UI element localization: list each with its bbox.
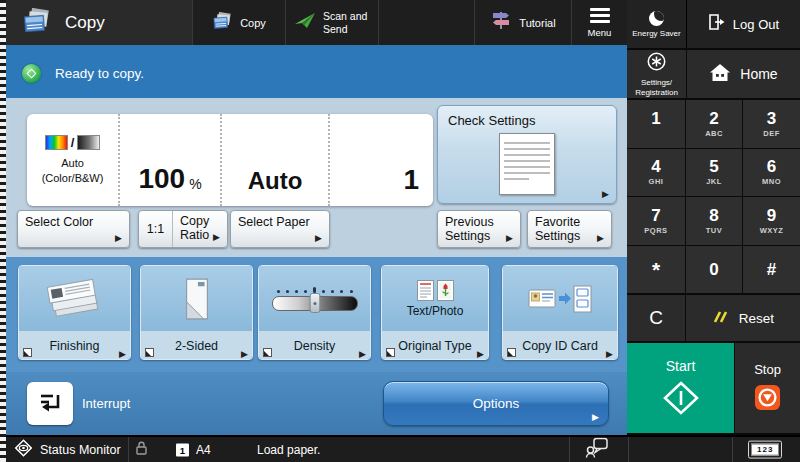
hamburger-menu-icon — [590, 8, 610, 23]
select-paper-label: Select Paper — [238, 215, 310, 229]
favorite-settings-button[interactable]: Favorite Settings ▶ — [527, 210, 612, 248]
log-out-button[interactable]: Log Out — [687, 0, 800, 48]
energy-saver-button[interactable]: Energy Saver — [627, 0, 686, 48]
status-monitor-icon — [14, 438, 33, 457]
shortcut-corner-icon — [507, 348, 516, 357]
signpost-icon — [490, 11, 512, 34]
paper-plane-icon — [294, 12, 316, 33]
numeric-keypad: 1 2ABC 3DEF 4GHI 5JKL 6MNO 7PQRS 8TUV 9W… — [627, 100, 800, 293]
interrupt-icon — [36, 388, 64, 420]
status-message: Ready to copy. — [55, 66, 144, 81]
home-label: Home — [740, 66, 777, 82]
divider — [569, 437, 570, 462]
log-out-label: Log Out — [733, 17, 779, 32]
status-banner: Ready to copy. — [6, 48, 627, 98]
previous-settings-button[interactable]: Previous Settings ▶ — [437, 210, 521, 248]
shortcut-corner-icon — [386, 348, 395, 357]
settings-registration-button[interactable]: Settings/ Registration — [627, 50, 686, 98]
divider — [732, 437, 733, 462]
finishing-button[interactable]: Finishing ▶ — [18, 265, 131, 360]
paper-value: Auto — [248, 169, 303, 193]
energy-saver-label: Energy Saver — [632, 29, 680, 38]
key-0[interactable]: 0 — [686, 246, 742, 294]
key-star[interactable]: * — [627, 246, 685, 294]
paper-tray-indicator: 1 — [176, 443, 189, 456]
color-mode-line2: (Color/B&W) — [42, 172, 104, 185]
density-label: Density — [294, 339, 336, 353]
copy-id-card-icon — [503, 266, 617, 331]
counter-check-button[interactable]: 123 — [748, 440, 782, 459]
sidebar-top: Energy Saver Log Out — [627, 0, 800, 48]
tab-label: Copy — [65, 13, 105, 33]
key-9[interactable]: 9WXYZ — [743, 197, 800, 245]
bottom-status-bar: Status Monitor 1 A4 Load paper. 123 — [0, 435, 800, 462]
divider — [628, 437, 629, 462]
door-exit-icon — [708, 14, 725, 34]
settings-registration-label-line2: Registration — [635, 88, 678, 98]
select-color-button[interactable]: Select Color ▶ — [17, 210, 130, 248]
copy-icon — [22, 8, 52, 38]
options-label: Options — [473, 396, 520, 411]
feature-section: Finishing ▶ 2-Sided ▶ — [6, 257, 627, 435]
moon-icon — [649, 11, 664, 26]
settings-registration-label-line1: Settings/ — [641, 78, 672, 88]
home-icon — [709, 63, 731, 86]
color-mode-line1: Auto — [61, 157, 84, 170]
original-type-button[interactable]: Text/Photo Original Type ▶ — [381, 265, 489, 360]
key-8[interactable]: 8TUV — [686, 197, 742, 245]
key-3[interactable]: 3DEF — [743, 100, 800, 148]
expand-arrow-icon: ▶ — [359, 349, 366, 359]
reset-label: Reset — [739, 311, 774, 326]
start-button[interactable]: Start — [627, 343, 734, 433]
finishing-label: Finishing — [49, 339, 99, 353]
key-5[interactable]: 5JKL — [686, 149, 742, 197]
key-7[interactable]: 7PQRS — [627, 197, 685, 245]
tutorial-label: Tutorial — [519, 17, 555, 29]
stop-button[interactable]: Stop — [735, 343, 800, 433]
tab-scan-and-send[interactable]: Scan and Send — [286, 0, 379, 45]
two-sided-button[interactable]: 2-Sided ▶ — [140, 265, 253, 360]
grayscale-swatch-icon — [77, 135, 100, 150]
remote-operator-icon[interactable] — [585, 437, 609, 462]
select-paper-button[interactable]: Select Paper ▶ — [230, 210, 330, 248]
tab-copy-active[interactable]: Copy — [6, 0, 193, 45]
tutorial-button[interactable]: Tutorial — [475, 0, 572, 45]
key-1[interactable]: 1 — [627, 100, 685, 148]
favorite-settings-label: Favorite Settings — [535, 215, 595, 244]
interrupt-button[interactable] — [27, 382, 73, 425]
hard-key-panel: Settings/ Registration Home 1 2ABC 3DEF … — [627, 48, 800, 435]
key-6[interactable]: 6MNO — [743, 149, 800, 197]
tab-copy[interactable]: Copy — [193, 0, 286, 45]
expand-arrow-icon: ▶ — [592, 412, 599, 422]
key-4[interactable]: 4GHI — [627, 149, 685, 197]
finishing-icon — [19, 266, 130, 331]
reset-button[interactable]: Reset — [686, 295, 800, 341]
top-bar: Copy Copy — [6, 0, 627, 48]
bottom-message: Load paper. — [257, 443, 320, 457]
home-button[interactable]: Home — [687, 50, 800, 98]
tab-label: Copy — [240, 17, 266, 29]
original-type-label: Original Type — [398, 339, 471, 353]
copy-ratio-label: Copy Ratio — [180, 214, 209, 242]
check-settings-label: Check Settings — [448, 113, 535, 128]
status-monitor-label[interactable]: Status Monitor — [40, 443, 121, 457]
shortcut-corner-icon — [145, 348, 154, 357]
menu-button[interactable]: Menu — [572, 0, 627, 45]
options-button[interactable]: Options ▶ — [383, 381, 609, 426]
expand-arrow-icon: ▶ — [477, 349, 484, 359]
key-hash[interactable]: # — [743, 246, 800, 294]
key-2[interactable]: 2ABC — [686, 100, 742, 148]
slash-separator: / — [71, 135, 75, 150]
shortcut-corner-icon — [263, 348, 272, 357]
copier-touchscreen: Copy Copy — [0, 0, 800, 462]
clear-button[interactable]: C — [627, 295, 685, 341]
copy-icon — [212, 12, 233, 34]
density-button[interactable]: Density ▶ — [258, 265, 371, 360]
check-settings-button[interactable]: Check Settings ▶ — [437, 105, 617, 204]
paper-size-label: A4 — [196, 443, 211, 457]
status-monitor-button[interactable] — [14, 438, 33, 461]
copy-id-card-button[interactable]: Copy ID Card ▶ — [502, 265, 618, 360]
copy-ratio-summary: 100 % — [120, 114, 222, 206]
copy-ratio-button[interactable]: 1:1 Copy Ratio ▶ — [138, 210, 228, 248]
divider — [128, 437, 129, 462]
